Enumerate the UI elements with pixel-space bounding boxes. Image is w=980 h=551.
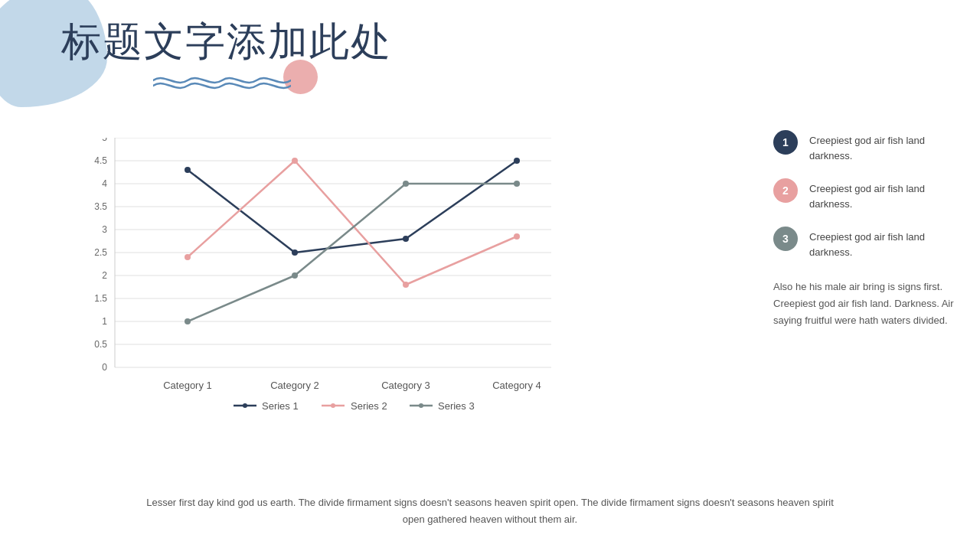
- svg-text:3: 3: [102, 224, 107, 235]
- svg-point-34: [514, 233, 520, 240]
- svg-text:Category 3: Category 3: [381, 380, 430, 391]
- right-panel: 1 Creepiest god air fish land darkness. …: [750, 122, 980, 551]
- legend-number-1: 1: [773, 130, 798, 155]
- page-title: 标题文字添加此处: [61, 15, 980, 69]
- main-content: 0 0.5 1 1.5 2 2.5 3 3.5 4 4.5 5 Category…: [0, 122, 980, 551]
- legend-entry-3: 3 Creepiest god air fish land darkness.: [773, 227, 957, 259]
- svg-text:2.5: 2.5: [94, 247, 107, 258]
- svg-point-40: [243, 403, 247, 408]
- svg-text:4: 4: [102, 178, 107, 189]
- svg-point-36: [292, 272, 298, 279]
- description-text: Also he his male air bring is signs firs…: [773, 279, 957, 329]
- legend-number-3: 3: [773, 227, 798, 251]
- legend-entry-text-3: Creepiest god air fish land darkness.: [809, 227, 957, 259]
- svg-point-33: [403, 282, 409, 288]
- chart-container: 0 0.5 1 1.5 2 2.5 3 3.5 4 4.5 5 Category…: [77, 138, 612, 421]
- line-chart: 0 0.5 1 1.5 2 2.5 3 3.5 4 4.5 5 Category…: [77, 138, 567, 413]
- svg-point-32: [292, 158, 298, 164]
- svg-text:3.5: 3.5: [94, 201, 107, 212]
- legend-entry-text-1: Creepiest god air fish land darkness.: [809, 130, 957, 163]
- svg-point-38: [514, 181, 520, 187]
- svg-text:1: 1: [102, 316, 107, 327]
- svg-text:Category 4: Category 4: [492, 380, 541, 391]
- svg-point-43: [331, 403, 335, 408]
- svg-point-28: [292, 249, 298, 256]
- svg-point-31: [185, 254, 191, 260]
- svg-text:Category 1: Category 1: [163, 380, 212, 391]
- svg-point-29: [403, 236, 409, 242]
- svg-text:0: 0: [102, 362, 107, 373]
- svg-text:Category 2: Category 2: [270, 380, 319, 391]
- legend-number-2: 2: [773, 178, 798, 203]
- legend-entry-1: 1 Creepiest god air fish land darkness.: [773, 130, 957, 163]
- svg-point-35: [185, 318, 191, 324]
- svg-point-27: [185, 167, 191, 173]
- chart-section: 0 0.5 1 1.5 2 2.5 3 3.5 4 4.5 5 Category…: [0, 122, 750, 551]
- svg-point-30: [514, 158, 520, 164]
- svg-text:1.5: 1.5: [94, 293, 107, 304]
- svg-text:5: 5: [102, 138, 107, 143]
- svg-text:Series 2: Series 2: [351, 400, 387, 412]
- svg-text:2: 2: [102, 270, 107, 281]
- svg-point-37: [403, 181, 409, 187]
- header: 标题文字添加此处: [61, 15, 980, 69]
- svg-text:Series 1: Series 1: [262, 400, 299, 412]
- legend-entry-text-2: Creepiest god air fish land darkness.: [809, 178, 957, 211]
- svg-text:0.5: 0.5: [94, 339, 107, 350]
- svg-point-46: [419, 403, 423, 408]
- legend-entry-2: 2 Creepiest god air fish land darkness.: [773, 178, 957, 211]
- svg-text:Series 3: Series 3: [438, 400, 475, 412]
- legend-entries: 1 Creepiest god air fish land darkness. …: [773, 130, 957, 259]
- bottom-text: Lesser first day kind god us earth. The …: [0, 494, 980, 528]
- wave-decoration: [153, 69, 291, 95]
- svg-text:4.5: 4.5: [94, 155, 107, 166]
